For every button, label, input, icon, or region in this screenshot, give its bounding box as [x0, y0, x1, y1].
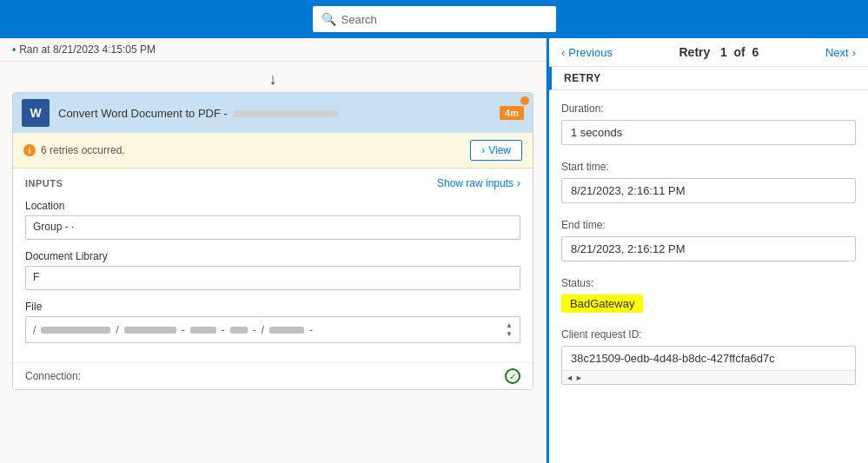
retry-section-label: RETRY	[549, 67, 868, 90]
top-bar: 🔍 Search	[0, 0, 868, 38]
duration-group: Duration: 1 seconds	[561, 103, 856, 145]
chevron-right-icon-small: ›	[517, 177, 520, 189]
duration-label: Duration:	[561, 103, 856, 115]
file-slash-2: /	[116, 324, 118, 336]
file-path-bar-3	[190, 327, 216, 334]
file-path-bar-4	[230, 327, 248, 334]
right-panel: ‹ Previous Retry 1 of 6 Next › RETRY Dur…	[547, 38, 868, 463]
main-layout: • Ran at 8/21/2023 4:15:05 PM ↓ W Conver…	[0, 38, 868, 463]
status-group: Status: BadGateway	[561, 277, 856, 313]
document-library-value: F	[25, 266, 520, 290]
arrow-container: ↓	[0, 62, 546, 92]
location-label: Location	[25, 200, 520, 212]
run-info-bar: • Ran at 8/21/2023 4:15:05 PM	[0, 38, 546, 62]
file-scroll-arrows[interactable]: ▲ ▼	[506, 321, 513, 338]
retry-nav: ‹ Previous Retry 1 of 6 Next ›	[549, 38, 868, 67]
connection-check-icon: ✓	[505, 368, 520, 384]
file-dash-1: -	[182, 324, 185, 336]
chevron-right-icon-nav: ›	[852, 46, 856, 59]
start-time-group: Start time: 8/21/2023, 2:16:11 PM	[561, 161, 856, 203]
file-path-content: / / - - - / -	[33, 324, 313, 336]
run-bullet: •	[12, 43, 16, 56]
location-field-group: Location Group - ·	[25, 200, 520, 240]
file-value: / / - - - / -	[25, 316, 520, 343]
left-panel: • Ran at 8/21/2023 4:15:05 PM ↓ W Conver…	[0, 38, 547, 463]
end-time-value: 8/21/2023, 2:16:12 PM	[561, 236, 856, 261]
file-dash-4: -	[309, 324, 313, 336]
start-time-value: 8/21/2023, 2:16:11 PM	[561, 178, 856, 203]
retries-bar: i 6 retries occurred. › View	[13, 133, 533, 169]
previous-button[interactable]: ‹ Previous	[561, 46, 613, 59]
time-badge: 4m	[500, 106, 524, 120]
inputs-header: INPUTS Show raw inputs ›	[25, 177, 520, 189]
view-button[interactable]: › View	[470, 140, 522, 161]
client-id-group: Client request ID: 38c21509-0edb-4d48-b8…	[561, 328, 856, 385]
search-placeholder: Search	[341, 13, 377, 26]
location-value: Group - ·	[25, 215, 520, 240]
chevron-right-icon: ›	[481, 144, 485, 156]
run-info-text: Ran at 8/21/2023 4:15:05 PM	[19, 43, 156, 56]
scroll-up-icon[interactable]: ▲	[506, 321, 513, 330]
client-id-scrollbar[interactable]: ◄ ►	[562, 370, 855, 384]
orange-dot-icon	[520, 96, 529, 105]
retries-message: 6 retries occurred.	[41, 144, 125, 156]
file-slash-1: /	[33, 324, 36, 336]
action-title-bar-placeholder	[234, 110, 338, 117]
end-time-label: End time:	[561, 219, 856, 231]
file-slash-3: /	[262, 324, 264, 336]
inputs-section: INPUTS Show raw inputs › Location Group …	[13, 169, 533, 362]
duration-value: 1 seconds	[561, 120, 856, 145]
file-path-bar-5	[269, 327, 304, 334]
right-content: Duration: 1 seconds Start time: 8/21/202…	[549, 90, 868, 463]
file-label: File	[25, 301, 520, 313]
info-icon: i	[23, 144, 36, 156]
file-field-group: File / / - - - /	[25, 301, 520, 343]
next-button[interactable]: Next ›	[825, 46, 856, 59]
retries-info: i 6 retries occurred.	[23, 144, 125, 156]
scroll-right-icon[interactable]: ►	[575, 374, 583, 382]
search-box[interactable]: 🔍 Search	[313, 6, 556, 32]
status-badge: BadGateway	[561, 294, 643, 313]
client-id-label: Client request ID:	[561, 328, 856, 341]
arrow-down-icon: ↓	[269, 70, 277, 89]
status-label: Status:	[561, 277, 856, 289]
chevron-left-icon: ‹	[561, 46, 565, 59]
retry-counter: Retry 1 of 6	[679, 45, 759, 59]
client-id-value: 38c21509-0edb-4d48-b8dc-427ffcfa6d7c	[562, 347, 855, 370]
word-icon: W	[22, 99, 50, 127]
document-library-field-group: Document Library F	[25, 250, 520, 290]
connection-bar: Connection: ✓	[13, 362, 533, 389]
connection-label: Connection:	[25, 370, 81, 382]
file-path-bar-2	[124, 327, 176, 334]
document-library-label: Document Library	[25, 250, 520, 262]
show-raw-inputs[interactable]: Show raw inputs ›	[437, 177, 520, 189]
client-id-box: 38c21509-0edb-4d48-b8dc-427ffcfa6d7c ◄ ►	[561, 346, 856, 385]
action-title: Convert Word Document to PDF -	[58, 107, 500, 120]
file-dash-3: -	[253, 324, 256, 336]
search-icon: 🔍	[321, 12, 336, 26]
file-path-bar-1	[41, 327, 110, 334]
scroll-down-icon[interactable]: ▼	[506, 330, 513, 339]
inputs-label: INPUTS	[25, 178, 63, 189]
action-card-header: W Convert Word Document to PDF - 4m	[13, 93, 533, 133]
scroll-left-icon[interactable]: ◄	[566, 374, 573, 382]
start-time-label: Start time:	[561, 161, 856, 173]
file-dash-2: -	[222, 324, 225, 336]
end-time-group: End time: 8/21/2023, 2:16:12 PM	[561, 219, 856, 261]
action-card: W Convert Word Document to PDF - 4m i 6 …	[12, 92, 533, 390]
